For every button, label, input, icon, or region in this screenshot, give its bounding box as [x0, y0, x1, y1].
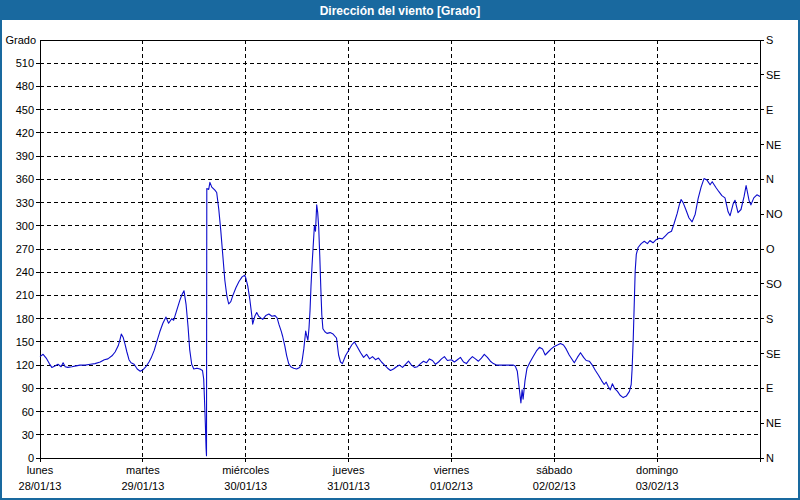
- wind-direction-chart: 0306090120150180210240270300330360390420…: [2, 2, 798, 498]
- y-left-tick-label: 270: [16, 243, 34, 255]
- title-bar: Dirección del viento [Grado]: [2, 2, 798, 20]
- x-axis-day-label: martes: [126, 464, 160, 476]
- x-axis-date-label: 29/01/13: [121, 480, 164, 492]
- y-left-tick-label: 90: [22, 382, 34, 394]
- y-left-tick-label: 510: [16, 57, 34, 69]
- y-left-tick-label: 360: [16, 173, 34, 185]
- y-right-tick-label: SE: [766, 348, 781, 360]
- x-axis-day-label: domingo: [636, 464, 678, 476]
- x-axis-day-label: viernes: [434, 464, 470, 476]
- chart-window: Dirección del viento [Grado] 03060901201…: [0, 0, 800, 500]
- y-right-tick-label: S: [766, 313, 773, 325]
- x-axis-day-label: miércoles: [222, 464, 270, 476]
- y-left-tick-label: 480: [16, 80, 34, 92]
- y-right-tick-label: O: [766, 243, 775, 255]
- x-axis-day-label: lunes: [27, 464, 54, 476]
- y-left-tick-label: 60: [22, 406, 34, 418]
- y-right-tick-label: NE: [766, 139, 781, 151]
- x-axis-date-label: 03/02/13: [636, 480, 679, 492]
- y-right-tick-label: N: [766, 173, 774, 185]
- x-axis-date-label: 31/01/13: [327, 480, 370, 492]
- wind-direction-series-line: [40, 179, 760, 456]
- x-axis-day-label: jueves: [332, 464, 365, 476]
- y-left-tick-label: 300: [16, 220, 34, 232]
- y-left-tick-label: 0: [28, 452, 34, 464]
- y-left-tick-label: 390: [16, 150, 34, 162]
- y-left-tick-label: 210: [16, 289, 34, 301]
- y-right-tick-label: S: [766, 34, 773, 46]
- y-right-tick-label: SE: [766, 69, 781, 81]
- x-axis-date-label: 30/01/13: [224, 480, 267, 492]
- x-axis-date-label: 01/02/13: [430, 480, 473, 492]
- x-axis-date-label: 02/02/13: [533, 480, 576, 492]
- y-axis-title: Grado: [5, 34, 36, 46]
- y-right-tick-label: NE: [766, 417, 781, 429]
- y-right-tick-label: SO: [766, 278, 782, 290]
- y-left-tick-label: 450: [16, 104, 34, 116]
- y-left-tick-label: 30: [22, 429, 34, 441]
- y-left-tick-label: 150: [16, 336, 34, 348]
- y-left-tick-label: 180: [16, 313, 34, 325]
- x-axis-day-label: sábado: [536, 464, 572, 476]
- y-left-tick-label: 120: [16, 359, 34, 371]
- y-right-tick-label: E: [766, 382, 773, 394]
- y-left-tick-label: 420: [16, 127, 34, 139]
- x-axis-date-label: 28/01/13: [19, 480, 62, 492]
- y-right-tick-label: E: [766, 104, 773, 116]
- y-right-tick-label: N: [766, 452, 774, 464]
- y-right-tick-label: NO: [766, 208, 783, 220]
- y-left-tick-label: 330: [16, 197, 34, 209]
- y-left-tick-label: 240: [16, 266, 34, 278]
- chart-title: Dirección del viento [Grado]: [320, 4, 481, 18]
